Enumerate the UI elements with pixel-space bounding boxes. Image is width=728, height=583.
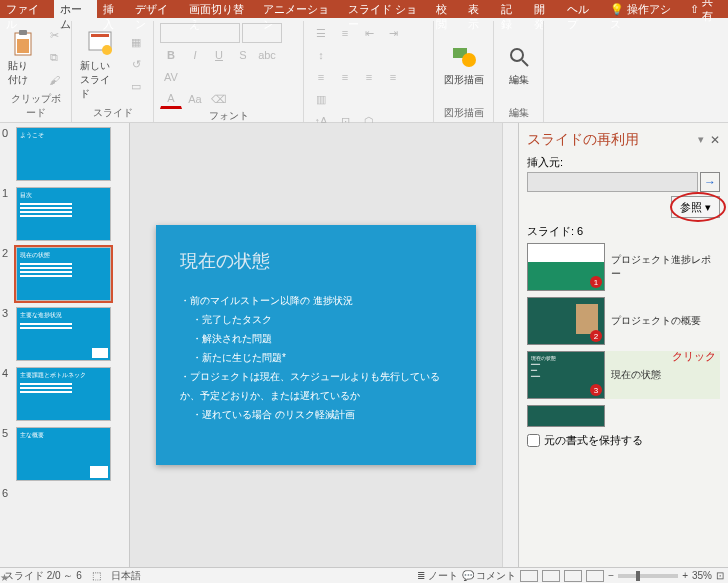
editing-button[interactable]: 編集 — [503, 41, 535, 89]
notes-button[interactable]: ≣ ノート — [417, 569, 458, 583]
keep-format-label: 元の書式を保持する — [544, 433, 643, 448]
thumb-3[interactable]: 主要な進捗状況 — [16, 307, 111, 361]
slide-count: スライド: 6 — [527, 224, 720, 239]
close-icon[interactable]: ✕ — [710, 133, 720, 147]
tab-develop[interactable]: 開発 — [528, 0, 561, 18]
tab-animation[interactable]: アニメーション — [257, 0, 342, 18]
font-color-icon[interactable]: A — [160, 89, 182, 109]
new-slide-button[interactable]: 新しい スライド — [78, 27, 121, 103]
group-label-font: フォント — [160, 109, 297, 123]
align-right-icon[interactable]: ≡ — [358, 67, 380, 87]
current-slide: 現在の状態 前のマイルストーン以降の 進捗状況 完了したタスク 解決された問題 … — [156, 225, 476, 465]
tab-slideshow[interactable]: スライド ショー — [342, 0, 430, 18]
align-justify-icon[interactable]: ≡ — [382, 67, 404, 87]
tab-record[interactable]: 記録 — [495, 0, 528, 18]
zoom-in-icon[interactable]: + — [682, 570, 688, 581]
cut-icon[interactable]: ✂ — [43, 26, 65, 46]
underline-icon[interactable]: U — [208, 45, 230, 65]
comments-button[interactable]: 💬 コメント — [462, 569, 517, 583]
thumb-5[interactable]: 主な概要 — [16, 427, 111, 481]
pane-title: スライドの再利用 — [527, 131, 639, 149]
svg-point-5 — [102, 45, 112, 55]
vertical-scrollbar[interactable] — [502, 123, 518, 567]
thumb-0[interactable]: ようこそ — [16, 127, 111, 181]
section-icon[interactable]: ▭ — [125, 77, 147, 97]
slide-thumbnails: 0ようこそ 1目次 2現在の状態 3主要な進捗状況★ 4主要課題とボトルネック … — [0, 123, 130, 567]
bold-icon[interactable]: B — [160, 45, 182, 65]
svg-rect-4 — [91, 34, 109, 37]
numbering-icon[interactable]: ≡ — [334, 23, 356, 43]
svg-point-7 — [462, 53, 476, 67]
slide-indicator: スライド 2/0 ～ 6 — [4, 569, 82, 583]
highlight-icon[interactable]: Aa — [184, 89, 206, 109]
reuse-item-1[interactable]: 1 プロジェクト進捗レポー — [527, 243, 720, 291]
tab-view[interactable]: 表示 — [462, 0, 495, 18]
slide-title[interactable]: 現在の状態 — [180, 249, 452, 273]
normal-view-icon[interactable] — [520, 570, 538, 582]
reuse-item-2[interactable]: 2 プロジェクトの概要 — [527, 297, 720, 345]
tab-transition[interactable]: 画面切り替え — [183, 0, 257, 18]
copy-icon[interactable]: ⧉ — [43, 48, 65, 68]
reuse-slides-pane: スライドの再利用 ▾ ✕ 挿入元: → 参照 ▾ スライド: 6 1 プロジェク… — [518, 123, 728, 567]
tab-review[interactable]: 校閲 — [430, 0, 463, 18]
tab-help[interactable]: ヘルプ — [561, 0, 604, 18]
shadow-icon[interactable]: abc — [256, 45, 278, 65]
svg-rect-2 — [17, 39, 29, 53]
group-label-drawing: 図形描画 — [440, 106, 487, 120]
layout-icon[interactable]: ▦ — [125, 33, 147, 53]
spacing-icon[interactable]: AV — [160, 67, 182, 87]
spellcheck-icon[interactable]: ⬚ — [92, 570, 101, 581]
go-arrow-button[interactable]: → — [700, 172, 720, 192]
keep-format-checkbox[interactable] — [527, 434, 540, 447]
shapes-button[interactable]: 図形描画 — [442, 41, 486, 89]
clear-format-icon[interactable]: ⌫ — [208, 89, 230, 109]
zoom-slider[interactable] — [618, 574, 678, 578]
svg-line-9 — [522, 60, 528, 66]
indent-inc-icon[interactable]: ⇥ — [382, 23, 404, 43]
reset-icon[interactable]: ↺ — [125, 55, 147, 75]
align-left-icon[interactable]: ≡ — [310, 67, 332, 87]
columns-icon[interactable]: ▥ — [310, 89, 332, 109]
share-button[interactable]: ⇧ 共有 — [684, 0, 728, 18]
slideshow-view-icon[interactable] — [586, 570, 604, 582]
reuse-item-4[interactable] — [527, 405, 720, 427]
strike-icon[interactable]: S — [232, 45, 254, 65]
zoom-level[interactable]: 35% — [692, 570, 712, 581]
language-indicator[interactable]: 日本語 — [111, 569, 141, 583]
slide-body[interactable]: 前のマイルストーン以降の 進捗状況 完了したタスク 解決された問題 新たに生じた… — [180, 291, 452, 424]
paste-button[interactable]: 貼り付け — [6, 27, 39, 89]
tellme[interactable]: 💡 操作アシス — [604, 0, 684, 18]
tab-file[interactable]: ファイル — [0, 0, 54, 18]
annotation-click-label: クリック — [672, 349, 716, 364]
clipboard-icon — [9, 29, 37, 57]
format-painter-icon[interactable]: 🖌 — [43, 70, 65, 90]
find-icon — [505, 43, 533, 71]
ribbon: 貼り付け ✂ ⧉ 🖌 クリップボード 新しい スライド ▦ ↺ ▭ スラ — [0, 18, 728, 123]
italic-icon[interactable]: I — [184, 45, 206, 65]
sorter-view-icon[interactable] — [542, 570, 560, 582]
indent-dec-icon[interactable]: ⇤ — [358, 23, 380, 43]
tab-insert[interactable]: 挿入 — [97, 0, 130, 18]
tab-design[interactable]: デザイン — [129, 0, 183, 18]
ribbon-tabs: ファイル ホーム 挿入 デザイン 画面切り替え アニメーション スライド ショー… — [0, 0, 728, 18]
reuse-item-3[interactable]: クリック 現在の状態━━━━━━━━3 現在の状態 — [527, 351, 720, 399]
thumb-2[interactable]: 現在の状態 — [16, 247, 111, 301]
status-bar: スライド 2/0 ～ 6 ⬚ 日本語 ≣ ノート 💬 コメント − + 35% … — [0, 567, 728, 583]
share-icon: ⇧ — [690, 3, 699, 16]
browse-button[interactable]: 参照 ▾ — [671, 196, 720, 218]
thumb-1[interactable]: 目次 — [16, 187, 111, 241]
new-slide-icon — [86, 29, 114, 57]
source-path-input[interactable] — [527, 172, 698, 192]
zoom-out-icon[interactable]: − — [608, 570, 614, 581]
shapes-icon — [450, 43, 478, 71]
reading-view-icon[interactable] — [564, 570, 582, 582]
pane-menu-icon[interactable]: ▾ — [698, 133, 704, 147]
fit-window-icon[interactable]: ⊡ — [716, 570, 724, 581]
tab-home[interactable]: ホーム — [54, 0, 97, 18]
slide-editor[interactable]: 現在の状態 前のマイルストーン以降の 進捗状況 完了したタスク 解決された問題 … — [130, 123, 502, 567]
thumb-4[interactable]: 主要課題とボトルネック — [16, 367, 111, 421]
bullets-icon[interactable]: ☰ — [310, 23, 332, 43]
linespacing-icon[interactable]: ↕ — [310, 45, 332, 65]
group-label-slides: スライド — [78, 106, 147, 120]
align-center-icon[interactable]: ≡ — [334, 67, 356, 87]
